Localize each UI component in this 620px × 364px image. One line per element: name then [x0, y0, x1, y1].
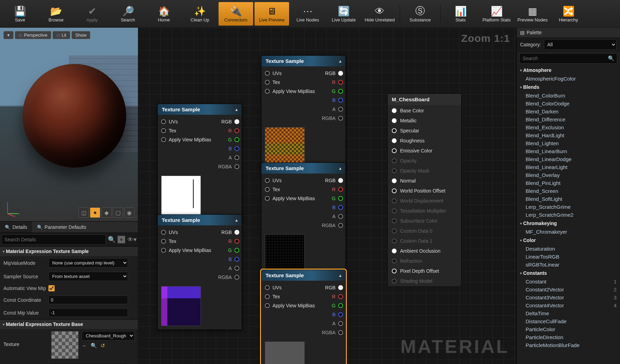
pin-out-rgba[interactable]: RGBA — [218, 164, 240, 169]
palette-item[interactable]: DeltaTime — [517, 309, 620, 317]
toolbar-save[interactable]: 💾Save — [3, 2, 37, 26]
palette-item[interactable]: Blend_Difference — [517, 115, 620, 123]
details-search[interactable] — [1, 234, 106, 245]
pin-in-uvs[interactable]: UVs — [161, 119, 178, 124]
pin-out-rgba[interactable]: RGBA — [322, 115, 343, 121]
browse-asset-icon[interactable]: 🔍 — [91, 343, 97, 349]
palette-item[interactable]: Blend_LinearLight — [517, 163, 620, 171]
texture-sample-node[interactable]: Texture Sample▴ UVsTexApply View MipBias… — [261, 270, 346, 364]
palette-item[interactable]: Constant3Vector3 — [517, 293, 620, 301]
pin-out-a[interactable]: A — [332, 321, 343, 326]
pin-out-b[interactable]: B — [229, 146, 239, 151]
mat-pin-specular[interactable]: Specular — [392, 128, 457, 133]
pin-out-a[interactable]: A — [229, 155, 239, 160]
material-output-node[interactable]: M_ChessBoardBase ColorMetallicSpecularRo… — [387, 93, 462, 287]
grid-view-icon[interactable] — [118, 236, 125, 243]
collapse-icon[interactable]: ▴ — [339, 273, 341, 278]
mat-pin-metallic[interactable]: Metallic — [392, 118, 457, 123]
mat-pin-pixel-depth-offset[interactable]: Pixel Depth Offset — [392, 268, 457, 274]
palette-item[interactable]: Desaturation — [517, 245, 620, 253]
pin-out-g[interactable]: G — [228, 248, 239, 253]
mat-pin-world-displacement[interactable]: World Displacement — [392, 198, 457, 204]
pin-out-r[interactable]: R — [332, 294, 343, 299]
pin-out-a[interactable]: A — [332, 214, 343, 219]
pin-out-g[interactable]: G — [332, 303, 343, 308]
palette-item[interactable]: Blend_LinearBurn — [517, 147, 620, 155]
pin-in-tex[interactable]: Tex — [265, 187, 280, 192]
palette-item[interactable]: Lerp_ScratchGrime — [517, 203, 620, 211]
palette-cat-constants[interactable]: ▾Constants — [517, 269, 620, 278]
pin-out-rgba[interactable]: RGBA — [322, 330, 343, 335]
palette-item[interactable]: Blend_Overlay — [517, 171, 620, 179]
mat-pin-subsurface-color[interactable]: Subsurface Color — [392, 218, 457, 224]
palette-item[interactable]: Blend_Screen — [517, 187, 620, 195]
toolbar-live-nodes[interactable]: ⋯Live Nodes — [290, 2, 325, 26]
pin-in-tex[interactable]: Tex — [161, 239, 176, 244]
vp-chip-lit[interactable]: ◇Lit — [53, 31, 70, 39]
texture-thumbnail[interactable] — [51, 331, 78, 359]
pin-in-tex[interactable]: Tex — [265, 294, 280, 299]
palette-item[interactable]: Blend_Lighten — [517, 139, 620, 147]
check-auto-mip[interactable] — [48, 285, 55, 291]
toolbar-hide-unrelated[interactable]: 👁Hide Unrelated — [362, 2, 397, 26]
palette-item[interactable]: ParticleColor — [517, 325, 620, 333]
vp-mode-4[interactable]: ▢ — [113, 207, 123, 218]
palette-item[interactable]: Blend_ColorDodge — [517, 100, 620, 108]
collapse-icon[interactable]: ▴ — [339, 166, 341, 171]
pin-in-apply-view-mipbias[interactable]: Apply View MipBias — [161, 248, 211, 253]
mat-pin-custom-data-1[interactable]: Custom Data 1 — [392, 238, 457, 244]
palette-item[interactable]: sRGBToLinear — [517, 261, 620, 269]
palette-item[interactable]: Constant4Vector4 — [517, 301, 620, 309]
mat-pin-refraction[interactable]: Refraction — [392, 258, 457, 264]
category-tex-sample[interactable]: ▾Material Expression Texture Sample — [0, 246, 138, 256]
pin-in-uvs[interactable]: UVs — [265, 285, 281, 290]
pin-out-a[interactable]: A — [229, 265, 239, 271]
pin-out-rgb[interactable]: RGB — [221, 230, 239, 235]
mat-pin-tessellation-multiplier[interactable]: Tessellation Multiplier — [392, 208, 457, 214]
toolbar-search[interactable]: 🔎Search — [111, 2, 145, 26]
palette-item[interactable]: Constant2Vector2 — [517, 286, 620, 293]
pin-in-tex[interactable]: Tex — [161, 128, 176, 133]
palette-item[interactable]: Blend_Darken — [517, 108, 620, 115]
preview-viewport[interactable]: ▾◇Perspective◇LitShow ZYX ◫ ● ◆ ▢ ◉ — [0, 28, 138, 221]
pin-out-r[interactable]: R — [228, 239, 239, 244]
toolbar-platform-stats[interactable]: 📈Platform Stats — [479, 2, 514, 26]
select-texture-asset[interactable]: ChessBoard_Rough — [82, 331, 135, 340]
palette-list[interactable]: ▾AtmosphereAtmosphericFogColor▾BlendsBle… — [517, 65, 620, 364]
category-tex-base[interactable]: ▾Material Expression Texture Base — [0, 319, 138, 329]
pin-in-uvs[interactable]: UVs — [265, 178, 281, 183]
select-mipmode[interactable]: None (use computed mip level) — [48, 258, 128, 268]
palette-item[interactable]: ParticleDirection — [517, 333, 620, 341]
palette-cat-atmosphere[interactable]: ▾Atmosphere — [517, 66, 620, 75]
mat-pin-roughness[interactable]: Roughness — [392, 138, 457, 143]
mat-pin-base-color[interactable]: Base Color — [392, 108, 457, 113]
mat-pin-ambient-occlusion[interactable]: Ambient Occlusion — [392, 248, 457, 254]
palette-item[interactable]: Blend_PinLight — [517, 179, 620, 187]
toolbar-live-update[interactable]: 🔄Live Update — [326, 2, 361, 26]
palette-item[interactable]: Blend_Exclusion — [517, 123, 620, 131]
vp-mode-5[interactable]: ◉ — [124, 207, 135, 218]
palette-category-select[interactable]: All — [544, 39, 617, 50]
pin-out-g[interactable]: G — [332, 196, 343, 201]
pin-out-rgba[interactable]: RGBA — [218, 274, 240, 280]
mat-pin-shading-model[interactable]: Shading Model — [392, 278, 457, 284]
toolbar-browse[interactable]: 📂Browse — [39, 2, 73, 26]
palette-search[interactable] — [519, 53, 617, 64]
tab-param-defaults[interactable]: 🔍Parameter Defaults — [32, 222, 91, 233]
toolbar-stats[interactable]: 📊Stats — [443, 2, 478, 26]
mat-pin-opacity[interactable]: Opacity — [392, 158, 457, 164]
mat-pin-emissive-color[interactable]: Emissive Color — [392, 148, 457, 153]
palette-item[interactable]: Blend_HardLight — [517, 131, 620, 139]
input-const-mip[interactable] — [48, 308, 128, 317]
palette-item[interactable]: Blend_ColorBurn — [517, 92, 620, 100]
pin-out-g[interactable]: G — [332, 88, 343, 94]
palette-item[interactable]: Constant1 — [517, 278, 620, 286]
toolbar-preview-nodes[interactable]: ▦Preview Nodes — [515, 2, 550, 26]
vp-mode-1[interactable]: ◫ — [78, 207, 89, 218]
pin-out-b[interactable]: B — [332, 97, 343, 103]
material-graph[interactable]: Zoom 1:1 MATERIAL Texture Sample▴ UVsTex… — [138, 28, 516, 364]
pin-in-tex[interactable]: Tex — [265, 80, 280, 85]
toolbar-clean-up[interactable]: ✨Clean Up — [183, 2, 217, 26]
reset-icon[interactable]: ↺ — [101, 343, 105, 349]
pin-in-apply-view-mipbias[interactable]: Apply View MipBias — [161, 137, 211, 142]
